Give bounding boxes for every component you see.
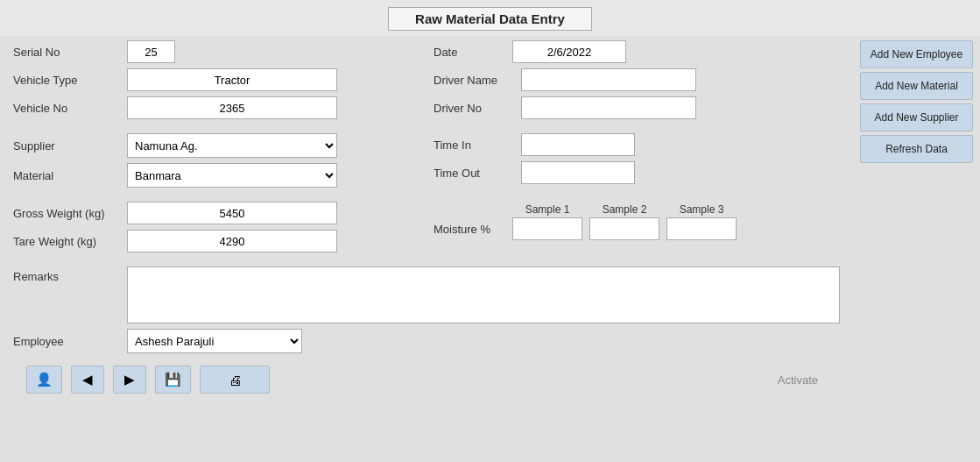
- vehicle-type-input[interactable]: [127, 68, 337, 91]
- time-out-input[interactable]: [521, 161, 635, 184]
- sample1-header: Sample 1: [512, 203, 582, 216]
- tare-weight-input[interactable]: [127, 230, 337, 252]
- sample1-input[interactable]: [512, 217, 582, 240]
- gross-weight-input[interactable]: [127, 202, 337, 224]
- moisture-section: Moisture % Sample 1 Sample 2 Sample 3: [434, 203, 840, 240]
- prev-button[interactable]: ◀: [71, 366, 104, 394]
- sample3-input[interactable]: [666, 217, 737, 240]
- vehicle-type-label: Vehicle Type: [13, 74, 127, 87]
- supplier-label: Supplier: [13, 139, 127, 153]
- page-container: Raw Material Data Entry Serial No Vehicl…: [0, 0, 980, 462]
- tare-weight-row: Tare Weight (kg): [13, 230, 416, 252]
- gross-weight-row: Gross Weight (kg): [13, 202, 416, 224]
- sample2-input[interactable]: [589, 217, 659, 240]
- driver-name-input[interactable]: [521, 68, 696, 91]
- gross-weight-label: Gross Weight (kg): [13, 207, 127, 220]
- material-row: Material Banmara: [13, 163, 416, 188]
- vehicle-no-label: Vehicle No: [13, 102, 127, 115]
- sample-headers: Sample 1 Sample 2 Sample 3: [512, 203, 737, 216]
- remarks-label: Remarks: [13, 267, 127, 283]
- refresh-data-button[interactable]: Refresh Data: [860, 135, 973, 163]
- date-input[interactable]: [512, 40, 626, 63]
- left-col: Serial No Vehicle Type Vehicle No: [13, 40, 425, 258]
- print-icon: 🖨: [229, 373, 242, 387]
- save-icon: 💾: [165, 372, 181, 387]
- remarks-textarea[interactable]: [127, 267, 840, 323]
- driver-no-row: Driver No: [434, 96, 840, 119]
- vehicle-no-row: Vehicle No: [13, 96, 416, 119]
- employee-row: Employee Ashesh Parajuli: [13, 329, 840, 353]
- time-in-label: Time In: [434, 139, 521, 152]
- sample2-header: Sample 2: [589, 203, 659, 216]
- time-in-row: Time In: [434, 133, 840, 156]
- top-section: Serial No Vehicle Type Vehicle No: [13, 40, 840, 258]
- right-col: Date Driver Name Driver No: [425, 40, 840, 258]
- sample-inputs: [512, 217, 737, 240]
- remarks-area: Remarks: [13, 267, 840, 323]
- sample3-header: Sample 3: [666, 203, 737, 216]
- form-area: Serial No Vehicle Type Vehicle No: [0, 36, 853, 403]
- add-person-icon: 👤: [36, 372, 53, 387]
- page-title: Raw Material Data Entry: [388, 7, 592, 31]
- activate-text: Activate: [778, 373, 827, 387]
- vehicle-no-input[interactable]: [127, 96, 337, 119]
- next-button[interactable]: ▶: [113, 366, 146, 394]
- tare-weight-label: Tare Weight (kg): [13, 235, 127, 248]
- serial-no-label: Serial No: [13, 46, 127, 59]
- bottom-toolbar: 👤 ◀ ▶ 💾 🖨 Activate: [13, 360, 840, 399]
- add-person-button[interactable]: 👤: [26, 366, 62, 394]
- driver-no-label: Driver No: [434, 102, 521, 115]
- supplier-row: Supplier Namuna Ag.: [13, 133, 416, 158]
- material-label: Material: [13, 169, 127, 182]
- supplier-select[interactable]: Namuna Ag.: [127, 133, 337, 158]
- material-select[interactable]: Banmara: [127, 163, 337, 188]
- moisture-samples: Sample 1 Sample 2 Sample 3: [512, 203, 737, 240]
- sidebar-buttons: Add New Employee Add New Material Add Ne…: [853, 36, 980, 403]
- serial-no-input[interactable]: [127, 40, 175, 63]
- serial-row: Serial No: [13, 40, 416, 63]
- title-bar: Raw Material Data Entry: [0, 0, 980, 36]
- time-out-row: Time Out: [434, 161, 840, 184]
- employee-select[interactable]: Ashesh Parajuli: [127, 329, 302, 353]
- employee-label: Employee: [13, 335, 127, 348]
- print-button[interactable]: 🖨: [200, 366, 270, 394]
- driver-no-input[interactable]: [521, 96, 696, 119]
- main-content: Serial No Vehicle Type Vehicle No: [0, 36, 980, 403]
- vehicle-type-row: Vehicle Type: [13, 68, 416, 91]
- next-icon: ▶: [124, 372, 135, 387]
- driver-name-row: Driver Name: [434, 68, 840, 91]
- time-out-label: Time Out: [434, 167, 521, 180]
- moisture-label: Moisture %: [434, 203, 512, 236]
- add-supplier-button[interactable]: Add New Supplier: [860, 103, 973, 131]
- driver-name-label: Driver Name: [434, 74, 521, 87]
- add-material-button[interactable]: Add New Material: [860, 72, 973, 100]
- add-employee-button[interactable]: Add New Employee: [860, 40, 973, 68]
- date-row: Date: [434, 40, 840, 63]
- date-label: Date: [434, 46, 512, 59]
- prev-icon: ◀: [82, 372, 93, 387]
- save-button[interactable]: 💾: [155, 366, 191, 394]
- time-in-input[interactable]: [521, 133, 635, 156]
